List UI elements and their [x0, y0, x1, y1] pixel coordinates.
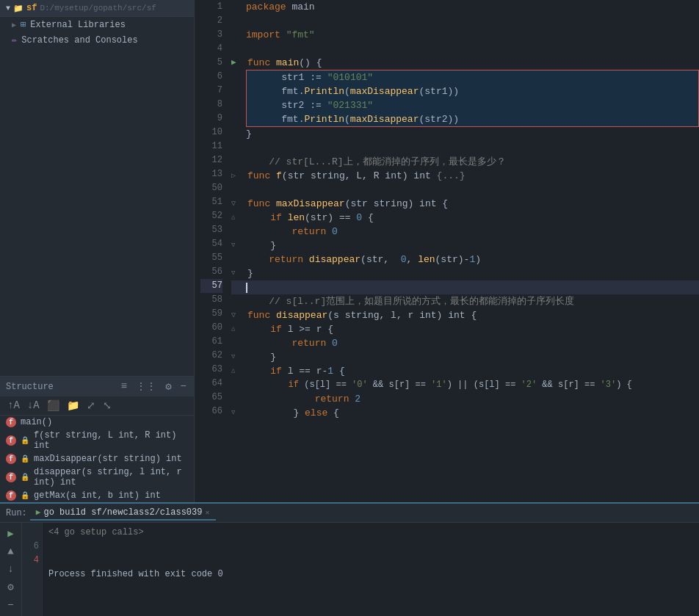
- code-line-60: △ if l >= r {: [231, 322, 699, 336]
- fold-marker-59[interactable]: ▽: [231, 308, 246, 322]
- line-num-13: 13: [200, 167, 222, 181]
- code-line-63: △ if l == r-1 {: [231, 364, 699, 378]
- line-num-59: 59: [200, 307, 222, 321]
- error-badge-disappear: f: [6, 472, 16, 482]
- code-line-3: import "fmt": [231, 28, 699, 42]
- sidebar-project-root[interactable]: ▼ 📁 sf D:/mysetup/gopath/src/sf: [0, 0, 194, 17]
- run-tab-close[interactable]: ✕: [205, 508, 209, 517]
- error-badge-f: f: [6, 435, 16, 446]
- code-line-59: ▽ func disappear(s string, l, r int) int…: [231, 308, 699, 322]
- code-line-10: }: [231, 127, 699, 141]
- line-num-5: 5: [200, 56, 222, 70]
- fold-marker-51[interactable]: ▽: [231, 197, 246, 211]
- line-num-4: 4: [200, 42, 222, 56]
- run-panel: Run: ▶ go build sf/newclass2/class039 ✕ …: [0, 502, 699, 616]
- structure-item-getmax[interactable]: f 🔒 getMax(a int, b int) int: [0, 489, 194, 502]
- code-line-54: ▽ }: [231, 239, 699, 253]
- run-play-button[interactable]: ▶: [6, 526, 15, 541]
- code-line-51: ▽ func maxDisappear(str string) int {: [231, 197, 699, 211]
- structure-item-f[interactable]: f 🔒 f(str string, L int, R int) int: [0, 429, 194, 452]
- fold-area-1: [231, 0, 246, 14]
- run-line-num-4: 4: [25, 554, 39, 568]
- line-num-60: 60: [200, 321, 222, 335]
- error-badge-max: f: [6, 454, 16, 464]
- line-num-61: 61: [200, 335, 222, 349]
- line-num-65: 65: [200, 391, 222, 405]
- line-num-66: 66: [200, 405, 222, 418]
- structure-panel: Structure ≡ ⋮⋮ ⚙ − ↑A ↓A ⬛ 📁 ⤢ ⤡ f: [0, 376, 194, 502]
- code-line-7: fmt.Println(maxDisappear(str1)): [247, 84, 698, 98]
- fold-marker-60[interactable]: △: [231, 322, 246, 336]
- line-num-2: 2: [200, 14, 222, 28]
- line-num-7: 7: [200, 84, 222, 98]
- sidebar: ▼ 📁 sf D:/mysetup/gopath/src/sf ▶ ⊞ Exte…: [0, 0, 195, 502]
- sidebar-item-external-libraries[interactable]: ▶ ⊞ External Libraries: [0, 17, 194, 32]
- run-icon: ▶: [36, 507, 41, 517]
- structure-item-label-max: maxDisappear(str string) int: [34, 454, 182, 464]
- project-path-label: D:/mysetup/gopath/src/sf: [40, 4, 156, 12]
- line-num-10: 10: [200, 126, 222, 139]
- structure-btn-grid[interactable]: ⋮⋮: [134, 380, 158, 394]
- lock-icon-disappear: 🔒: [21, 473, 29, 482]
- run-rerun-button[interactable]: ↓: [6, 562, 15, 576]
- structure-item-disappear[interactable]: f 🔒 disappear(s string, l int, r int) in…: [0, 465, 194, 489]
- run-tab-build[interactable]: ▶ go build sf/newclass2/class039 ✕: [30, 506, 216, 521]
- library-icon: ⊞: [21, 19, 26, 30]
- code-line-55: return disappear(str, 0, len(str)-1): [231, 253, 699, 267]
- run-content: ▶ ▲ ↓ ⚙ − ⇑ ⇓ 6 4 <4 go setup calls> Pro…: [0, 523, 699, 616]
- code-line-4: [231, 42, 699, 56]
- structure-item-label-f: f(str string, L int, R int) int: [34, 430, 188, 451]
- run-output-6: [48, 540, 693, 554]
- code-line-50: [231, 183, 699, 197]
- code-line-61: return 0: [231, 336, 699, 350]
- run-stop-button[interactable]: ▲: [6, 544, 15, 559]
- run-output[interactable]: <4 go setup calls> Process finished with…: [43, 523, 699, 616]
- code-line-65: return 2: [231, 392, 699, 406]
- run-tabs: Run: ▶ go build sf/newclass2/class039 ✕: [0, 504, 699, 523]
- error-filter-icon[interactable]: ⬛: [46, 399, 61, 413]
- sidebar-item-scratches[interactable]: ✏ Scratches and Consoles: [0, 32, 194, 48]
- folder-expand-icon: ▼: [6, 4, 10, 12]
- expand-icon[interactable]: ⤢: [85, 399, 97, 413]
- selected-block: str1 := "010101" fmt.Println(maxDisappea…: [246, 70, 699, 127]
- fold-marker-54: ▽: [231, 239, 246, 253]
- code-line-1: package main: [231, 0, 699, 14]
- text-cursor: [246, 283, 247, 293]
- structure-item-maxdisappear[interactable]: f 🔒 maxDisappear(str string) int: [0, 452, 194, 465]
- code-line-52: △ if len(str) == 0 {: [231, 211, 699, 225]
- line-num-50: 50: [200, 181, 222, 195]
- project-name-label: sf: [26, 3, 37, 13]
- collapse-icon[interactable]: ⤡: [101, 399, 113, 413]
- line-num-62: 62: [200, 349, 222, 363]
- run-output-area: 6 4 <4 go setup calls> Process finished …: [22, 523, 699, 616]
- code-line-58: // s[l..r]范围上，如题目所说的方式，最长的都能消掉的子序列长度: [231, 294, 699, 308]
- run-arrow-5[interactable]: ▶: [231, 56, 246, 70]
- run-output-calls: <4 go setup calls>: [48, 526, 693, 540]
- fold-marker-63[interactable]: △: [231, 364, 246, 378]
- run-settings-button[interactable]: ⚙: [6, 579, 15, 595]
- run-toolbar: ▶ ▲ ↓ ⚙ − ⇑ ⇓: [0, 523, 22, 616]
- sidebar-label-external: External Libraries: [30, 20, 126, 30]
- structure-btn-gear[interactable]: ⚙: [164, 380, 173, 394]
- line-num-53: 53: [200, 223, 222, 237]
- line-num-64: 64: [200, 377, 222, 391]
- line-num-1: 1: [200, 0, 222, 14]
- code-content[interactable]: package main import "fmt": [228, 0, 699, 502]
- line-numbers: 1 2 3 4 5 6 7 8 9 10 11 12 13 50 51 52 5…: [195, 0, 228, 502]
- fold-marker-52[interactable]: △: [231, 211, 246, 225]
- sort-alpha-desc-icon[interactable]: ↓A: [26, 399, 41, 413]
- code-line-57: [231, 280, 699, 294]
- sort-alpha-asc-icon[interactable]: ↑A: [6, 399, 21, 413]
- run-minimize-button[interactable]: −: [6, 598, 15, 612]
- line-num-11: 11: [200, 139, 222, 153]
- structure-btn-list[interactable]: ≡: [120, 380, 128, 394]
- structure-btn-minus[interactable]: −: [179, 380, 188, 394]
- lock-icon-getmax: 🔒: [21, 491, 29, 500]
- lock-icon-max: 🔒: [21, 454, 29, 463]
- folder-structure-icon[interactable]: 📁: [65, 399, 81, 413]
- structure-item-main[interactable]: f main(): [0, 416, 194, 429]
- fold-marker-13[interactable]: ▷: [231, 169, 246, 183]
- structure-list: f main() f 🔒 f(str string, L int, R int)…: [0, 416, 194, 502]
- chevron-right-icon: ▶: [12, 21, 16, 29]
- line-num-58: 58: [200, 293, 222, 307]
